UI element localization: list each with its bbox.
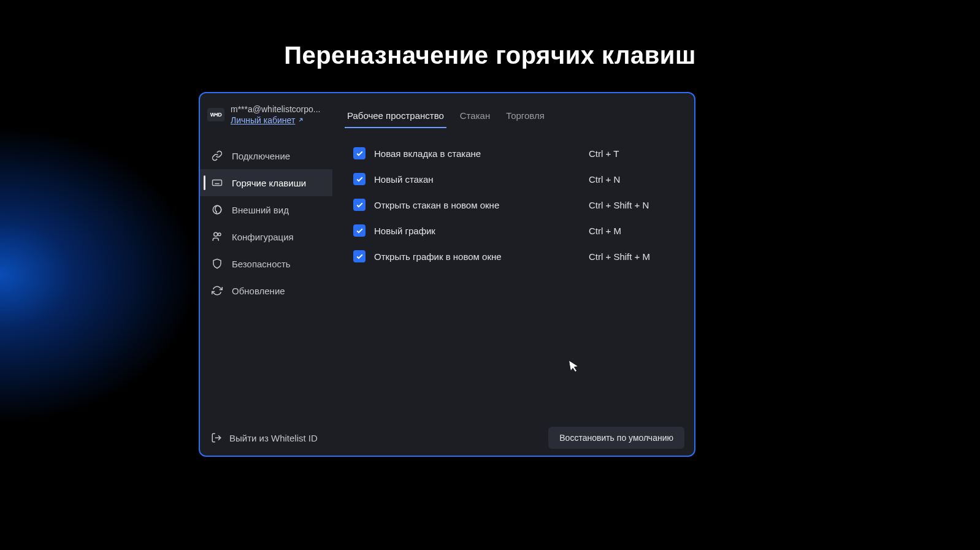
hotkey-label: Открыть график в новом окне: [374, 251, 580, 262]
account-link[interactable]: Личный кабинет: [231, 115, 321, 125]
sidebar-item-label: Конфигурация: [232, 232, 294, 242]
sidebar-item-security[interactable]: Безопасность: [200, 250, 332, 277]
hotkey-row: Новый график Ctrl + M: [346, 218, 682, 243]
hotkey-keys[interactable]: Ctrl + Shift + M: [589, 251, 675, 262]
hotkey-row: Открыть график в новом окне Ctrl + Shift…: [346, 244, 682, 269]
link-icon: [211, 150, 223, 162]
hotkeys-list: Новая вкладка в стакане Ctrl + T Новый с…: [332, 131, 694, 420]
window-body: Подключение Горячие клавиши Внешний вид …: [200, 131, 694, 420]
users-icon: [211, 231, 223, 243]
topbar: W•ID m***a@whitelistcorpo... Личный каби…: [200, 93, 694, 131]
sidebar-item-label: Обновление: [232, 286, 285, 296]
tab-workspace[interactable]: Рабочее пространство: [347, 110, 444, 128]
account-link-label: Личный кабинет: [231, 115, 295, 125]
sidebar-item-label: Горячие клавиши: [232, 178, 306, 188]
external-link-icon: [297, 116, 304, 124]
hotkey-label: Новый график: [374, 226, 580, 236]
hotkey-keys[interactable]: Ctrl + N: [589, 174, 675, 185]
app-logo: W•ID: [207, 108, 224, 121]
hotkey-row: Новый стакан Ctrl + N: [346, 167, 682, 191]
settings-window: W•ID m***a@whitelistcorpo... Личный каби…: [199, 92, 695, 457]
hotkey-keys[interactable]: Ctrl + Shift + N: [589, 200, 675, 210]
tab-trading[interactable]: Торговля: [506, 110, 545, 128]
logout-label: Выйти из Whitelist ID: [229, 433, 318, 443]
sidebar-item-appearance[interactable]: Внешний вид: [200, 196, 332, 223]
svg-point-3: [218, 233, 221, 236]
hotkey-checkbox[interactable]: [353, 224, 366, 237]
account-email: m***a@whitelistcorpo...: [231, 104, 321, 114]
logo-block: W•ID m***a@whitelistcorpo... Личный каби…: [207, 102, 321, 125]
sidebar-item-configuration[interactable]: Конфигурация: [200, 223, 332, 250]
keyboard-icon: [211, 177, 223, 189]
hotkey-row: Открыть стакан в новом окне Ctrl + Shift…: [346, 193, 682, 217]
palette-icon: [211, 204, 223, 216]
sidebar-item-label: Безопасность: [232, 259, 291, 269]
refresh-icon: [211, 285, 223, 297]
hotkey-row: Новая вкладка в стакане Ctrl + T: [346, 141, 682, 166]
hotkey-keys[interactable]: Ctrl + M: [589, 226, 675, 236]
hotkey-label: Новая вкладка в стакане: [374, 148, 580, 159]
hotkey-checkbox[interactable]: [353, 199, 366, 211]
footer: Выйти из Whitelist ID Восстановить по ум…: [200, 420, 694, 456]
tab-glass[interactable]: Стакан: [460, 110, 490, 128]
sidebar-item-connection[interactable]: Подключение: [200, 142, 332, 169]
hotkey-keys[interactable]: Ctrl + T: [589, 148, 675, 159]
logout-icon: [211, 432, 222, 443]
tabs: Рабочее пространство Стакан Торговля: [347, 110, 545, 128]
logout-button[interactable]: Выйти из Whitelist ID: [211, 432, 318, 443]
hotkey-label: Открыть стакан в новом окне: [374, 200, 580, 210]
page-title: Переназначение горячих клавиш: [0, 0, 980, 69]
hotkey-checkbox[interactable]: [353, 173, 366, 185]
hotkey-checkbox[interactable]: [353, 147, 366, 159]
account-block: m***a@whitelistcorpo... Личный кабинет: [231, 104, 321, 125]
sidebar-item-label: Внешний вид: [232, 205, 289, 215]
hotkey-checkbox[interactable]: [353, 250, 366, 262]
shield-icon: [211, 258, 223, 270]
sidebar-item-hotkeys[interactable]: Горячие клавиши: [200, 169, 332, 196]
hotkey-label: Новый стакан: [374, 174, 580, 185]
sidebar: Подключение Горячие клавиши Внешний вид …: [200, 131, 332, 420]
reset-defaults-button[interactable]: Восстановить по умолчанию: [548, 427, 684, 449]
svg-rect-0: [213, 180, 222, 186]
sidebar-item-update[interactable]: Обновление: [200, 277, 332, 304]
sidebar-item-label: Подключение: [232, 151, 290, 161]
svg-point-2: [214, 232, 218, 236]
